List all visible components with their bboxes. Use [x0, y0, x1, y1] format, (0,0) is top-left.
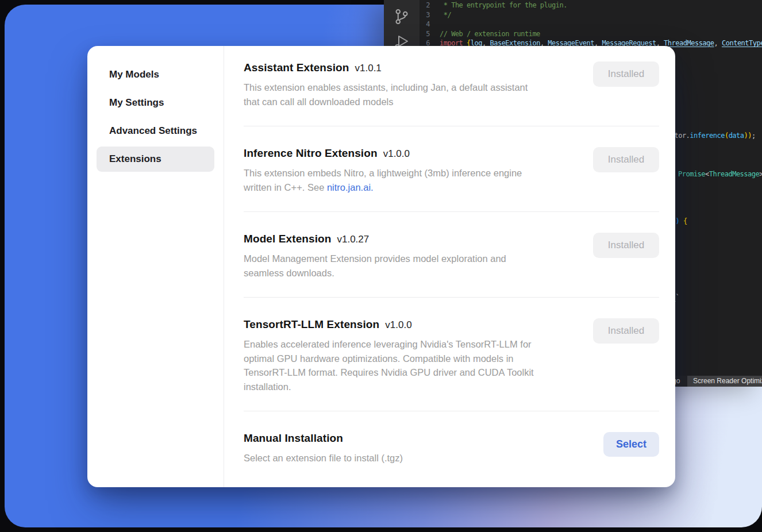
extension-name: Model Extension — [244, 233, 331, 245]
extension-description: Select an extension file to install (.tg… — [244, 451, 403, 465]
extension-name: TensortRT-LLM Extension — [244, 318, 379, 331]
settings-modal: My Models My Settings Advanced Settings … — [87, 46, 675, 487]
extensions-list: Assistant Extension v1.0.1 This extensio… — [224, 46, 675, 487]
code-line: 2 * The entrypoint for the plugin. — [420, 1, 762, 10]
code-token: * The entrypoint for the plugin. — [440, 1, 567, 9]
code-token: ` — [675, 294, 679, 302]
extension-description: Enables accelerated inference leveraging… — [244, 337, 534, 394]
code-token: */ — [440, 11, 451, 19]
extension-version: v1.0.27 — [337, 234, 369, 245]
sidebar-item-advanced-settings[interactable]: Advanced Settings — [97, 118, 214, 144]
installed-button[interactable]: Installed — [593, 233, 659, 258]
code-token: ThreadMessage — [664, 39, 714, 47]
line-number: 5 — [420, 29, 430, 39]
entry-divider — [244, 211, 659, 212]
code-fragment: rator.inference(data)); — [667, 132, 756, 140]
sidebar-item-my-models[interactable]: My Models — [97, 62, 214, 87]
entry-divider — [244, 411, 659, 411]
code-token: < — [705, 170, 709, 178]
extension-texts: TensortRT-LLM Extension v1.0.0 Enables a… — [244, 318, 534, 394]
extension-description: This extension enables assistants, inclu… — [244, 80, 528, 109]
extension-entry: Assistant Extension v1.0.1 This extensio… — [244, 61, 659, 109]
screen-reader-optimized-badge[interactable]: Screen Reader Optimized — [687, 376, 762, 387]
extension-texts: Inference Nitro Extension v1.0.0 This ex… — [244, 147, 522, 194]
extension-texts: Assistant Extension v1.0.1 This extensio… — [244, 61, 528, 109]
sidebar-item-label: Advanced Settings — [109, 125, 197, 137]
settings-sidebar: My Models My Settings Advanced Settings … — [87, 46, 224, 487]
code-token: )) — [744, 132, 752, 140]
extension-entry: Inference Nitro Extension v1.0.0 This ex… — [244, 147, 659, 194]
code-token — [679, 217, 683, 225]
code-token: // Web / extension runtime — [440, 30, 540, 38]
code-line: 4 — [420, 20, 762, 29]
code-token: data — [729, 132, 744, 140]
line-number: 3 — [420, 10, 430, 20]
extension-texts: Manual Installation Select an extension … — [244, 432, 403, 465]
select-file-button[interactable]: Select — [603, 432, 659, 457]
code-token: ContentType — [722, 39, 762, 47]
code-line: 3 */ — [420, 10, 762, 20]
entry-divider — [244, 297, 659, 298]
extension-description: This extension embeds Nitro, a lightweig… — [244, 166, 522, 194]
sidebar-item-label: Extensions — [109, 153, 161, 165]
sidebar-item-my-settings[interactable]: My Settings — [97, 90, 214, 115]
extension-name: Inference Nitro Extension — [244, 147, 378, 160]
sidebar-item-extensions[interactable]: Extensions — [97, 147, 214, 172]
desktop-background: 2 * The entrypoint for the plugin.3 */4 … — [0, 0, 762, 532]
installed-button[interactable]: Installed — [593, 61, 659, 87]
code-fragment: Promise<ThreadMessage> — [678, 170, 762, 178]
source-control-icon[interactable] — [393, 8, 410, 28]
extension-link[interactable]: nitro.jan.ai. — [327, 182, 374, 192]
code-token: ; — [752, 132, 756, 140]
code-token: > — [759, 170, 762, 178]
code-token: ( — [725, 132, 729, 140]
extension-version: v1.0.0 — [385, 319, 411, 331]
extension-description: Model Management Extension provides mode… — [244, 252, 506, 280]
extension-version: v1.0.0 — [383, 148, 410, 160]
extension-entry: Model Extension v1.0.27 Model Management… — [244, 233, 659, 280]
code-token: Promise — [678, 170, 705, 178]
extension-name: Assistant Extension — [244, 61, 349, 74]
code-token: inference — [690, 132, 725, 140]
code-line: 5// Web / extension runtime — [420, 29, 762, 39]
extension-version: v1.0.1 — [355, 63, 382, 74]
sidebar-item-label: My Models — [109, 69, 159, 80]
installed-button[interactable]: Installed — [593, 318, 659, 344]
extension-texts: Model Extension v1.0.27 Model Management… — [244, 233, 506, 280]
sidebar-item-label: My Settings — [109, 97, 164, 109]
extension-entry: TensortRT-LLM Extension v1.0.0 Enables a… — [244, 318, 659, 394]
installed-button[interactable]: Installed — [593, 147, 659, 172]
code-token: { — [683, 217, 687, 225]
line-number: 2 — [420, 1, 430, 10]
entry-divider — [244, 126, 659, 126]
line-number: 4 — [420, 20, 430, 29]
code-token: ThreadMessage — [709, 170, 759, 178]
code-token: , — [714, 39, 722, 47]
extension-name: Manual Installation — [244, 432, 343, 445]
editor-code-area: 2 * The entrypoint for the plugin.3 */4 … — [420, 1, 762, 48]
extension-entry: Manual Installation Select an extension … — [244, 432, 659, 465]
